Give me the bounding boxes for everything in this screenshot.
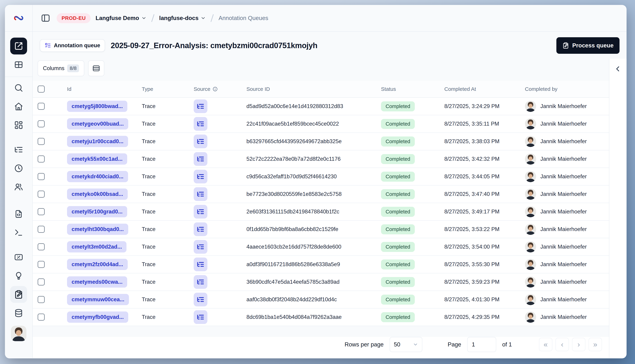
row-checkbox[interactable] xyxy=(38,243,45,250)
sidebar-rail xyxy=(5,32,33,358)
table-row[interactable]: cmetymmuw00cea... Trace aaf0c38db0f3f204… xyxy=(33,291,609,308)
row-id-badge[interactable]: cmetymyfb00gvad... xyxy=(67,312,128,323)
row-source-id: 2e603f31361115db24198478840b1f2c xyxy=(247,208,339,215)
sidebar-item-playground[interactable] xyxy=(10,224,27,241)
row-checkbox[interactable] xyxy=(38,173,45,180)
row-source-id: c9d56ca32efaff1b70d9d52f46614230 xyxy=(247,174,337,180)
trace-source-icon[interactable] xyxy=(194,310,207,324)
trace-source-icon[interactable] xyxy=(194,134,207,148)
table-row[interactable]: cmetymeds00cwa... Trace 36b90cdfc47e5da1… xyxy=(33,273,609,291)
header-source[interactable]: Source xyxy=(194,86,247,92)
table-row[interactable]: cmetyju1r00ccad0... Trace b63297665cfd44… xyxy=(33,133,609,150)
row-id-badge[interactable]: cmetymmuw00cea... xyxy=(67,294,129,305)
status-badge: Completed xyxy=(381,277,415,287)
row-id-badge[interactable]: cmetykdr400ciad0... xyxy=(67,171,128,182)
header-completed-at[interactable]: Completed At xyxy=(444,86,525,92)
table-row[interactable]: cmetykdr400ciad0... Trace c9d56ca32efaff… xyxy=(33,168,609,186)
trace-source-icon[interactable] xyxy=(194,152,207,166)
sidebar-item-table-view[interactable] xyxy=(10,56,27,73)
columns-button[interactable]: Columns 8/8 xyxy=(38,60,84,76)
table-row[interactable]: cmetym2fz00d4ad... Trace a0df3f901167218… xyxy=(33,256,609,273)
row-checkbox[interactable] xyxy=(38,314,45,320)
sidebar-item-prompts[interactable] xyxy=(10,206,27,222)
table-row[interactable]: cmetyk55x00c1ad... Trace 52c72c2222ea78e… xyxy=(33,150,609,168)
row-id-badge[interactable]: cmetymeds00cwa... xyxy=(67,276,127,288)
breadcrumb-project[interactable]: langfuse-docs xyxy=(159,15,206,22)
process-queue-button[interactable]: Process queue xyxy=(556,37,619,54)
sidebar-item-sessions[interactable] xyxy=(10,160,27,177)
trace-source-icon[interactable] xyxy=(194,117,207,131)
collapse-panel-button[interactable] xyxy=(612,63,623,74)
trace-source-icon[interactable] xyxy=(194,205,207,218)
row-checkbox[interactable] xyxy=(38,278,45,286)
langfuse-logo[interactable] xyxy=(5,5,33,31)
sidebar-item-open-in-new[interactable] xyxy=(10,38,27,54)
header-completed-by[interactable]: Completed by xyxy=(525,86,609,92)
row-checkbox[interactable] xyxy=(38,296,45,303)
table-row[interactable]: cmetymyfb00gvad... Trace 8dc69b1ba1e540b… xyxy=(33,308,609,326)
sidebar-item-users[interactable] xyxy=(10,178,27,195)
row-id-badge[interactable]: cmetyl5r100grad0... xyxy=(67,206,127,217)
header-id[interactable]: Id xyxy=(67,86,142,92)
table-header-row: Id Type Source Source ID Status Complete… xyxy=(33,81,609,98)
trace-source-icon[interactable] xyxy=(194,187,207,201)
status-badge: Completed xyxy=(381,224,415,234)
row-checkbox[interactable] xyxy=(38,190,45,198)
trace-source-icon[interactable] xyxy=(194,240,207,254)
trace-source-icon[interactable] xyxy=(194,258,207,271)
sidebar-item-evaluation[interactable] xyxy=(10,249,27,266)
trace-source-icon[interactable] xyxy=(194,222,207,236)
row-checkbox[interactable] xyxy=(38,103,45,110)
rows-per-page-select[interactable]: 50 xyxy=(390,337,422,352)
row-checkbox[interactable] xyxy=(38,226,45,233)
table-row[interactable]: cmetylt3m00d2ad... Trace 4aaece1603cb2e1… xyxy=(33,238,609,256)
header-type[interactable]: Type xyxy=(142,86,194,92)
row-checkbox[interactable] xyxy=(38,138,45,145)
first-page-button[interactable]: « xyxy=(539,338,552,351)
table-row[interactable]: cmetygeov00buad... Trace 22c41f09acae5b1… xyxy=(33,115,609,133)
table-row[interactable]: cmetyko0k00bsad... Trace be7723e30d80205… xyxy=(33,186,609,203)
sidebar-item-annotation-queues[interactable] xyxy=(10,286,27,303)
row-checkbox[interactable] xyxy=(38,261,45,268)
sidebar-toggle-button[interactable] xyxy=(39,12,52,24)
previous-page-button[interactable]: ‹ xyxy=(555,338,569,351)
last-page-button[interactable]: » xyxy=(588,338,602,351)
sidebar-item-insights[interactable] xyxy=(10,268,27,284)
row-id-badge[interactable]: cmetylt3m00d2ad... xyxy=(67,241,126,252)
user-avatar[interactable] xyxy=(11,326,26,341)
breadcrumb-org[interactable]: Langfuse Demo xyxy=(96,15,146,22)
page-input[interactable] xyxy=(467,337,496,352)
row-id-badge[interactable]: cmetyju1r00ccad0... xyxy=(67,136,128,147)
row-id-badge[interactable]: cmetyko0k00bsad... xyxy=(67,188,128,200)
row-id-badge[interactable]: cmetyg5j800bwad... xyxy=(67,101,127,112)
sidebar-item-traces[interactable] xyxy=(10,141,27,158)
row-checkbox[interactable] xyxy=(38,208,45,215)
table-row[interactable]: cmetyg5j800bwad... Trace d5ad9d52a00c6e1… xyxy=(33,98,609,115)
row-id-badge[interactable]: cmetylht300bqad0... xyxy=(67,224,128,235)
sidebar-divider xyxy=(5,76,33,77)
breadcrumb-divider xyxy=(210,14,214,22)
table-row[interactable]: cmetyl5r100grad0... Trace 2e603f31361115… xyxy=(33,203,609,221)
row-completed-by: Jannik Maierhoefer xyxy=(540,226,587,232)
row-checkbox[interactable] xyxy=(38,156,45,162)
row-id-badge[interactable]: cmetygeov00buad... xyxy=(67,118,128,130)
row-checkbox[interactable] xyxy=(38,120,45,127)
header-status[interactable]: Status xyxy=(381,86,444,92)
next-page-button[interactable]: › xyxy=(572,338,585,351)
sidebar-item-datasets[interactable] xyxy=(10,304,27,322)
row-id-badge[interactable]: cmetyk55x00c1ad... xyxy=(67,153,127,164)
trace-source-icon[interactable] xyxy=(194,275,207,289)
table-row[interactable]: cmetylht300bqad0... Trace 0f1dd65b7bb9bf… xyxy=(33,221,609,238)
row-id-badge[interactable]: cmetym2fz00d4ad... xyxy=(67,259,128,270)
select-all-checkbox[interactable] xyxy=(38,86,45,92)
avatar xyxy=(525,206,536,217)
sidebar-item-home[interactable] xyxy=(10,98,27,115)
sidebar-item-search[interactable] xyxy=(10,80,27,96)
trace-source-icon[interactable] xyxy=(194,100,207,113)
header-source-id[interactable]: Source ID xyxy=(247,86,381,92)
row-height-button[interactable] xyxy=(88,60,104,76)
trace-source-icon[interactable] xyxy=(194,170,207,184)
trace-source-icon[interactable] xyxy=(194,293,207,306)
sidebar-item-dashboard[interactable] xyxy=(10,117,27,134)
row-completed-by: Jannik Maierhoefer xyxy=(540,279,587,285)
